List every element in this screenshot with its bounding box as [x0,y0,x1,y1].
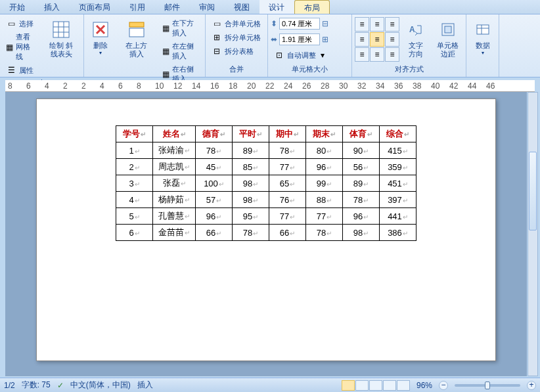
table-cell[interactable]: 99↵ [306,175,343,192]
zoom-slider[interactable] [455,384,520,387]
table-cell[interactable]: 杨静茹↵ [153,192,196,208]
table-cell[interactable]: 98↵ [343,225,380,241]
table-cell[interactable]: 66↵ [269,225,306,241]
table-cell[interactable]: 66↵ [196,225,233,241]
table-cell[interactable]: 100↵ [196,175,233,192]
document-area[interactable]: 学号↵姓名↵德育↵平时↵期中↵期末↵体育↵综合↵1↵张靖渝↵78↵89↵78↵8… [5,92,527,376]
table-row[interactable]: 4↵杨静茹↵57↵98↵76↵88↵78↵397↵ [116,192,416,208]
table-cell[interactable]: 78↵ [306,225,343,241]
table-header[interactable]: 学号↵ [116,126,153,142]
row-height-input[interactable] [279,18,320,30]
proofing-icon[interactable]: ✓ [57,381,64,390]
table-cell[interactable]: 89↵ [343,175,380,192]
tab-5[interactable]: 审阅 [190,0,225,14]
table-cell[interactable]: 98↵ [233,192,269,208]
table-header[interactable]: 德育↵ [196,126,233,142]
table-row[interactable]: 2↵周志凯↵45↵85↵77↵96↵56↵359↵ [116,159,416,175]
table-header[interactable]: 期末↵ [306,126,343,142]
align-mid-center[interactable]: ≡ [370,32,384,47]
table-cell[interactable]: 88↵ [306,192,343,208]
table-cell[interactable]: 孔善慧↵ [153,208,196,225]
table-cell[interactable]: 441↵ [380,208,416,225]
cell-margins-button[interactable]: 单元格 边距 [432,17,463,60]
insert-below-button[interactable]: ▦在下方插入 [158,17,202,39]
table-cell[interactable]: 45↵ [196,159,233,175]
table-cell[interactable]: 78↵ [343,192,380,208]
properties-button[interactable]: ☰属性 [3,64,39,77]
table-cell[interactable]: 415↵ [380,142,416,159]
table-cell[interactable]: 57↵ [196,192,233,208]
table-cell[interactable]: 78↵ [196,142,233,159]
table-cell[interactable]: 359↵ [380,159,416,175]
zoom-percent[interactable]: 96% [416,381,432,390]
table-cell[interactable]: 451↵ [380,175,416,192]
table-cell[interactable]: 周志凯↵ [153,159,196,175]
align-bot-right[interactable]: ≡ [385,47,399,62]
tab-2[interactable]: 页面布局 [70,0,120,14]
page-indicator[interactable]: 1/2 [4,381,15,390]
table-cell[interactable]: 95↵ [233,208,269,225]
table-cell[interactable]: 张靖渝↵ [153,142,196,159]
align-bot-center[interactable]: ≡ [370,47,384,62]
table-header[interactable]: 体育↵ [343,126,380,142]
split-table-button[interactable]: ⊟拆分表格 [208,45,264,58]
align-top-center[interactable]: ≡ [370,17,384,32]
table-cell[interactable]: 77↵ [269,159,306,175]
tab-6[interactable]: 视图 [225,0,259,14]
table-row[interactable]: 5↵孔善慧↵96↵95↵77↵77↵96↵441↵ [116,208,416,225]
language-indicator[interactable]: 中文(简体，中国) [70,380,131,391]
distribute-cols-button[interactable]: ⊞ [322,35,328,44]
web-layout-view[interactable] [369,380,382,391]
table-cell[interactable]: 96↵ [196,208,233,225]
merge-cells-button[interactable]: ▭合并单元格 [208,17,264,30]
insert-above-button[interactable]: 在上方 插入 [117,17,156,60]
table-cell[interactable]: 65↵ [269,175,306,192]
tab-0[interactable]: 开始 [0,0,35,14]
distribute-rows-button[interactable]: ⊟ [322,19,328,28]
table-cell[interactable]: 金苗苗↵ [153,225,196,241]
tab-3[interactable]: 引用 [120,0,155,14]
align-top-right[interactable]: ≡ [385,17,399,32]
table-cell[interactable]: 77↵ [269,208,306,225]
insert-left-button[interactable]: ▦在左侧插入 [158,40,202,62]
table-cell[interactable]: 96↵ [306,159,343,175]
table-row[interactable]: 3↵张磊↵100↵98↵65↵99↵89↵451↵ [116,175,416,192]
table-cell[interactable]: 78↵ [269,142,306,159]
table-cell[interactable]: 77↵ [306,208,343,225]
draw-diagonal-header-button[interactable]: 绘制 斜线表头 [42,17,81,60]
table-cell[interactable]: 98↵ [233,175,269,192]
align-mid-right[interactable]: ≡ [385,32,399,47]
table-cell[interactable]: 6↵ [116,225,153,241]
table-cell[interactable]: 76↵ [269,192,306,208]
autofit-button[interactable]: ⊡自动调整▾ [271,49,328,62]
table-row[interactable]: 6↵金苗苗↵66↵78↵66↵78↵98↵386↵ [116,225,416,241]
draft-view[interactable] [397,380,410,391]
tab-8[interactable]: 布局 [294,0,330,14]
zoom-handle[interactable] [485,381,490,389]
tab-7[interactable]: 设计 [259,0,294,14]
select-button[interactable]: ▭选择 [3,17,39,30]
table-cell[interactable]: 85↵ [233,159,269,175]
view-gridlines-button[interactable]: ▦查看网格线 [3,31,39,63]
scrollbar-thumb[interactable] [529,152,537,230]
table-cell[interactable]: 78↵ [233,225,269,241]
table-cell[interactable]: 96↵ [343,208,380,225]
tab-4[interactable]: 邮件 [155,0,190,14]
table-cell[interactable]: 56↵ [343,159,380,175]
tab-1[interactable]: 插入 [35,0,70,14]
zoom-out-button[interactable]: − [439,381,448,390]
horizontal-ruler[interactable]: 8642246810121416182022242628303234363840… [5,80,535,92]
table-cell[interactable]: 90↵ [343,142,380,159]
text-direction-button[interactable]: A 文字方向 [402,17,430,60]
table-cell[interactable]: 5↵ [116,208,153,225]
data-table[interactable]: 学号↵姓名↵德育↵平时↵期中↵期末↵体育↵综合↵1↵张靖渝↵78↵89↵78↵8… [116,125,416,241]
insert-mode[interactable]: 插入 [137,380,153,391]
align-bot-left[interactable]: ≡ [355,47,369,62]
table-cell[interactable]: 80↵ [306,142,343,159]
table-cell[interactable]: 4↵ [116,192,153,208]
align-top-left[interactable]: ≡ [355,17,369,32]
table-header[interactable]: 姓名↵ [153,126,196,142]
table-header[interactable]: 平时↵ [233,126,269,142]
col-width-input[interactable] [279,33,320,45]
zoom-in-button[interactable]: + [527,381,536,390]
